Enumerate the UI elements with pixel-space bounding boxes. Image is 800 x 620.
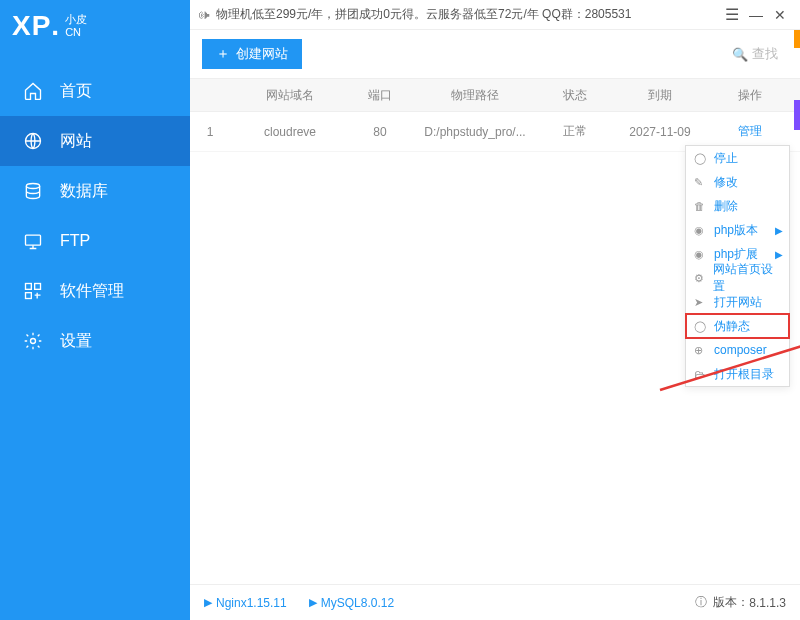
dd-stop[interactable]: ◯停止 [686, 146, 789, 170]
decor-strip [794, 100, 800, 130]
row-domain: cloudreve [230, 125, 350, 139]
row-expire: 2027-11-09 [610, 125, 710, 139]
service-mysql[interactable]: ▶MySQL8.0.12 [309, 596, 394, 610]
dot-icon: ◉ [694, 248, 708, 261]
svg-rect-2 [26, 235, 41, 245]
row-path: D:/phpstudy_pro/... [410, 125, 540, 139]
logo: XP . 小皮 CN [0, 0, 190, 48]
search-icon: 🔍 [732, 47, 748, 62]
logo-cn: 小皮 CN [65, 13, 87, 39]
nav-label: 软件管理 [60, 281, 124, 302]
apps-icon [22, 280, 44, 302]
dd-edit[interactable]: ✎修改 [686, 170, 789, 194]
info-icon: ⓘ [695, 594, 707, 611]
col-expire: 到期 [610, 87, 710, 104]
circle-icon: ◯ [694, 320, 708, 333]
dd-composer[interactable]: ⊕composer [686, 338, 789, 362]
chevron-right-icon: ▶ [775, 225, 783, 236]
nav-ftp[interactable]: FTP [0, 216, 190, 266]
manage-link[interactable]: 管理 [710, 123, 790, 140]
nav: 首页 网站 数据库 FTP 软件管理 设置 [0, 66, 190, 366]
home-icon [22, 80, 44, 102]
nav-label: 设置 [60, 331, 92, 352]
dd-php-version[interactable]: ◉php版本▶ [686, 218, 789, 242]
plus-icon: ＋ [216, 45, 230, 63]
ftp-icon [22, 230, 44, 252]
svg-rect-5 [26, 293, 32, 299]
main: 🕪 物理机低至299元/年，拼团成功0元得。云服务器低至72元/年 QQ群：28… [190, 0, 800, 620]
sidebar: XP . 小皮 CN 首页 网站 数据库 FTP 软件管理 设置 [0, 0, 190, 620]
col-path: 物理路径 [410, 87, 540, 104]
service-nginx[interactable]: ▶Nginx1.15.11 [204, 596, 287, 610]
col-port: 端口 [350, 87, 410, 104]
folder-icon: 🗁 [694, 368, 708, 380]
announcement: 物理机低至299元/年，拼团成功0元得。云服务器低至72元/年 QQ群：2805… [216, 6, 631, 23]
dd-rewrite[interactable]: ◯伪静态 [686, 314, 789, 338]
play-icon: ▶ [309, 596, 317, 609]
nav-home[interactable]: 首页 [0, 66, 190, 116]
manage-dropdown: ◯停止 ✎修改 🗑删除 ◉php版本▶ ◉php扩展▶ ⚙网站首页设置 ➤打开网… [685, 145, 790, 387]
speaker-icon: 🕪 [198, 8, 210, 22]
gear-icon: ⚙ [694, 272, 707, 285]
dd-open-site[interactable]: ➤打开网站 [686, 290, 789, 314]
logo-dot: . [51, 10, 59, 42]
search-placeholder: 查找 [752, 45, 778, 63]
globe-icon [22, 130, 44, 152]
decor-strip [794, 30, 800, 48]
nav-label: 首页 [60, 81, 92, 102]
chevron-right-icon: ▶ [775, 249, 783, 260]
play-icon: ▶ [204, 596, 212, 609]
row-port: 80 [350, 125, 410, 139]
nav-database[interactable]: 数据库 [0, 166, 190, 216]
dot-icon: ◉ [694, 224, 708, 237]
statusbar: ▶Nginx1.15.11 ▶MySQL8.0.12 ⓘ 版本： 8.1.1.3 [190, 584, 800, 620]
dd-open-root[interactable]: 🗁打开根目录 [686, 362, 789, 386]
version-label: 版本： [713, 594, 749, 611]
col-status: 状态 [540, 87, 610, 104]
toolbar: ＋ 创建网站 🔍 查找 [190, 30, 800, 78]
col-op: 操作 [710, 87, 790, 104]
row-status: 正常 [540, 123, 610, 140]
create-label: 创建网站 [236, 45, 288, 63]
minimize-button[interactable]: — [744, 7, 768, 23]
nav-software[interactable]: 软件管理 [0, 266, 190, 316]
svg-point-6 [31, 339, 36, 344]
svg-point-1 [26, 184, 39, 189]
table-header: 网站域名 端口 物理路径 状态 到期 操作 [190, 78, 800, 112]
titlebar: 🕪 物理机低至299元/年，拼团成功0元得。云服务器低至72元/年 QQ群：28… [190, 0, 800, 30]
edit-icon: ✎ [694, 176, 708, 189]
trash-icon: 🗑 [694, 200, 708, 212]
row-index: 1 [190, 125, 230, 139]
database-icon [22, 180, 44, 202]
nav-label: FTP [60, 232, 90, 250]
dd-homepage[interactable]: ⚙网站首页设置 [686, 266, 789, 290]
menu-button[interactable]: ☰ [720, 5, 744, 24]
close-button[interactable]: ✕ [768, 7, 792, 23]
nav-settings[interactable]: 设置 [0, 316, 190, 366]
create-site-button[interactable]: ＋ 创建网站 [202, 39, 302, 69]
composer-icon: ⊕ [694, 344, 708, 357]
gear-icon [22, 330, 44, 352]
stop-icon: ◯ [694, 152, 708, 165]
nav-website[interactable]: 网站 [0, 116, 190, 166]
logo-xp: XP [12, 10, 51, 42]
svg-rect-4 [35, 284, 41, 290]
open-icon: ➤ [694, 296, 708, 309]
search-input[interactable]: 🔍 查找 [722, 41, 788, 67]
version-value: 8.1.1.3 [749, 596, 786, 610]
dd-delete[interactable]: 🗑删除 [686, 194, 789, 218]
svg-rect-3 [26, 284, 32, 290]
nav-label: 网站 [60, 131, 92, 152]
col-domain: 网站域名 [230, 87, 350, 104]
nav-label: 数据库 [60, 181, 108, 202]
